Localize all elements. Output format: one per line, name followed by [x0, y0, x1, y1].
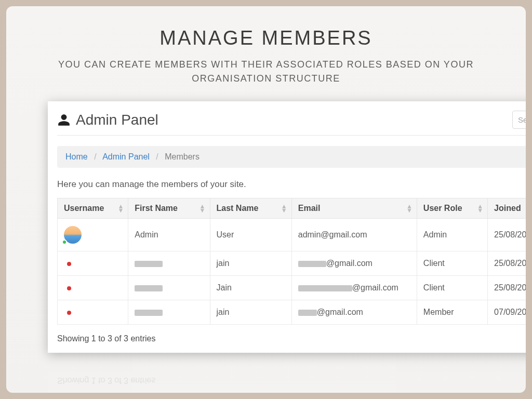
presence-online-icon — [62, 240, 67, 245]
redacted-text — [298, 285, 352, 291]
cell-email: @gmail.com — [291, 251, 417, 276]
presence-offline-icon — [67, 286, 71, 290]
page-title: MANAGE MEMBERS — [22, 27, 510, 49]
cell-joined: 25/08/201 — [488, 276, 526, 300]
cell-role: Client — [417, 276, 487, 300]
redacted-text — [298, 310, 317, 316]
col-header-last-name[interactable]: Last Name▲▼ — [210, 198, 291, 219]
cell-first-name — [128, 276, 210, 300]
cell-role: Member — [417, 300, 487, 325]
members-table: Username▲▼ First Name▲▼ Last Name▲▼ Emai… — [57, 198, 526, 325]
cell-role: Client — [417, 251, 487, 276]
col-header-user-role[interactable]: User Role▲▼ — [417, 198, 487, 219]
cell-joined: 07/09/201 — [488, 300, 526, 325]
presence-offline-icon — [67, 262, 71, 266]
page-subtitle: YOU CAN CREATE MEMBERS WITH THEIR ASSOCI… — [37, 58, 495, 86]
cell-last-name: jain — [210, 251, 291, 276]
search-input[interactable]: Search — [512, 111, 526, 129]
cell-email: @gmail.com — [291, 276, 417, 300]
panel-title: Admin Panel — [76, 112, 158, 128]
table-row[interactable]: Jain@gmail.comClient25/08/201 — [58, 276, 526, 300]
cell-last-name: User — [210, 219, 291, 251]
cell-first-name — [128, 300, 210, 325]
reflection-effect: Showing 1 to 3 of 3 entries — [48, 353, 526, 393]
user-silhouette-icon — [57, 113, 71, 127]
entries-summary: Showing 1 to 3 of 3 entries — [57, 334, 526, 343]
cell-email: admin@gmail.com — [291, 219, 417, 251]
sort-icon: ▲▼ — [200, 204, 206, 212]
admin-panel-screenshot: Admin Panel Search Home / Admin Panel / … — [48, 101, 526, 353]
cell-username — [58, 276, 128, 300]
table-row[interactable]: jain@gmail.comMember07/09/201 — [58, 300, 526, 325]
cell-email: @gmail.com — [291, 300, 417, 325]
breadcrumb-separator: / — [156, 152, 158, 161]
cell-last-name: jain — [210, 300, 291, 325]
cell-username — [58, 251, 128, 276]
col-header-username[interactable]: Username▲▼ — [58, 198, 128, 219]
breadcrumb-home[interactable]: Home — [65, 152, 88, 161]
cell-username — [58, 300, 128, 325]
cell-first-name — [128, 251, 210, 276]
search-placeholder: Search — [518, 115, 526, 124]
col-header-first-name[interactable]: First Name▲▼ — [128, 198, 210, 219]
sort-icon: ▲▼ — [117, 204, 124, 212]
intro-text: Here you can manage the members of your … — [57, 179, 526, 190]
cell-role: Admin — [417, 219, 487, 251]
redacted-text — [298, 261, 326, 267]
cell-last-name: Jain — [210, 276, 291, 300]
cell-first-name: Admin — [128, 219, 210, 251]
redacted-text — [135, 285, 163, 291]
sort-icon: ▲▼ — [406, 204, 413, 212]
redacted-text — [135, 310, 163, 316]
breadcrumb: Home / Admin Panel / Members — [57, 146, 526, 168]
breadcrumb-admin-panel[interactable]: Admin Panel — [102, 152, 150, 161]
cell-joined: 25/08/201 — [488, 219, 526, 251]
breadcrumb-current: Members — [165, 152, 200, 161]
sort-icon: ▲▼ — [477, 204, 483, 212]
panel-header: Admin Panel Search — [57, 111, 526, 136]
redacted-text — [135, 261, 163, 267]
cell-username — [58, 219, 128, 251]
col-header-joined[interactable]: Joined — [488, 198, 526, 219]
table-row[interactable]: jain@gmail.comClient25/08/201 — [58, 251, 526, 276]
slide-card: MANAGE MEMBERS YOU CAN CREATE MEMBERS WI… — [6, 6, 526, 393]
table-row[interactable]: AdminUseradmin@gmail.comAdmin25/08/201 — [58, 219, 526, 251]
avatar — [64, 226, 82, 244]
col-header-email[interactable]: Email▲▼ — [291, 198, 417, 219]
sort-icon: ▲▼ — [281, 204, 287, 212]
presence-offline-icon — [67, 311, 71, 315]
cell-joined: 25/08/201 — [488, 251, 526, 276]
breadcrumb-separator: / — [94, 152, 96, 161]
